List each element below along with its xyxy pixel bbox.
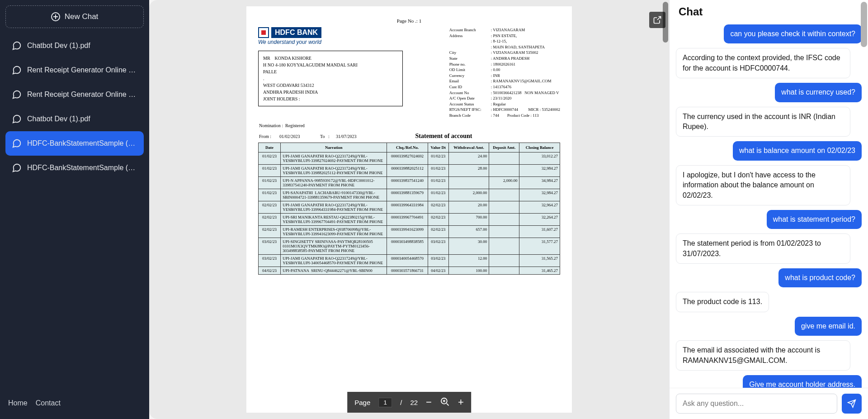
chat-bubble-icon [12, 90, 22, 100]
new-chat-button[interactable]: New Chat [5, 5, 144, 28]
sidebar-item[interactable]: Rent Receipt Generator Online - ... [5, 58, 144, 82]
contact-link[interactable]: Contact [36, 399, 61, 407]
chat-title: Chat [670, 0, 868, 22]
pdf-toolbar: Page / 22 − + [347, 392, 471, 413]
pdf-header: HDFC BANK We understand your world MR KO… [258, 27, 560, 119]
nomination-text: Nomination : Registered [259, 123, 559, 128]
bot-message: The email id associated with the account… [676, 340, 850, 371]
page-number-label: Page No .: 1 [258, 18, 560, 24]
table-row: 01/02/23 UPI-JAMI GANAPATHI RAO-Q2231724… [259, 152, 560, 164]
send-button[interactable] [842, 394, 862, 414]
chat-bubble-icon [12, 41, 22, 51]
bot-message: The currency used in the account is INR … [676, 107, 850, 137]
sidebar-item-label: Chatbot Dev (1).pdf [27, 115, 90, 123]
bot-message: I apologize, but I don't have access to … [676, 165, 850, 205]
chat-input-row [670, 388, 868, 419]
zoom-reset-icon[interactable] [440, 397, 450, 408]
home-link[interactable]: Home [8, 399, 28, 407]
page-input[interactable] [378, 398, 392, 407]
table-row: 03/02/23 UPI-SINGISETTY SRINIVASA-PAYTMQ… [259, 238, 560, 254]
user-message: what is balance amount on 02/02/23 [733, 141, 862, 160]
chat-bubble-icon [12, 65, 22, 75]
sidebar-item[interactable]: Chatbot Dev (1).pdf [5, 107, 144, 131]
sidebar-item[interactable]: HDFC-BankStatementSample (1).... [5, 156, 144, 180]
table-row: 04/02/23 UPI-PATNANA SRINU-Q844462271@YB… [259, 267, 560, 274]
bank-tagline: We understand your world [258, 39, 349, 45]
chat-bubble-icon [12, 114, 22, 124]
statement-table: DateNarrationChq./Ref.No.Value DtWithdra… [258, 143, 560, 275]
send-icon [847, 399, 856, 408]
user-message: give me email id. [795, 317, 862, 336]
pdf-viewer[interactable]: Page No .: 1 HDFC BANK We understand you… [149, 0, 669, 419]
table-row: 02/02/23 UPI-JAMI GANAPATHI RAO-Q2231724… [259, 201, 560, 213]
chat-panel: Chat can you please check it within cont… [669, 0, 868, 419]
zoom-out-button[interactable]: − [426, 396, 432, 408]
bank-name: HDFC BANK [271, 27, 321, 38]
hdfc-logo-icon [258, 27, 269, 38]
bank-logo-block: HDFC BANK We understand your world MR KO… [258, 27, 349, 106]
bot-message: According to the context provided, the I… [676, 48, 850, 78]
sidebar-item[interactable]: Chatbot Dev (1).pdf [5, 33, 144, 58]
open-external-icon[interactable] [649, 12, 665, 28]
table-row: 02/02/23 UPI-SRI MANIKANTA RESTAU-Q62238… [259, 213, 560, 225]
sidebar-item[interactable]: Rent Receipt Generator Online - ... [5, 82, 144, 107]
account-info: Account Branch: VIZIANAGARAMAddress: PSN… [449, 27, 560, 119]
statement-title: Statement of account [415, 133, 472, 140]
main-content: Page No .: 1 HDFC BANK We understand you… [149, 0, 868, 419]
sidebar-item-label: Rent Receipt Generator Online - ... [27, 66, 137, 74]
outer-scrollbar[interactable] [861, 2, 867, 47]
user-message: can you please check it within context? [724, 24, 862, 43]
table-row: 01/02/23 UPI-SANAPATHI LACHABABU-9100147… [259, 189, 560, 201]
chat-bubble-icon [12, 163, 22, 173]
statement-period-row: From : 01/02/2023 To : 31/07/2023 Statem… [259, 133, 559, 140]
plus-icon [51, 12, 60, 21]
user-message: what is statement period? [767, 210, 862, 229]
bot-message: The statement period is from 01/02/2023 … [676, 233, 850, 264]
zoom-in-button[interactable]: + [458, 396, 464, 408]
sidebar-item-label: Rent Receipt Generator Online - ... [27, 90, 137, 99]
user-message: what is product code? [778, 268, 862, 287]
new-chat-label: New Chat [65, 12, 99, 21]
user-message: Give me account holder address. [743, 375, 862, 388]
sidebar-item-label: Chatbot Dev (1).pdf [27, 42, 90, 50]
bot-message: The product code is 113. [676, 292, 769, 312]
sidebar-item[interactable]: HDFC-BankStatementSample (1).... [5, 131, 144, 156]
chat-messages[interactable]: can you please check it within context?A… [670, 22, 868, 388]
sidebar-item-label: HDFC-BankStatementSample (1).... [27, 139, 137, 148]
pdf-page: Page No .: 1 HDFC BANK We understand you… [246, 6, 572, 413]
chat-bubble-icon [12, 138, 22, 148]
table-row: 01/02/23 UPI-JAMI GANAPATHI RAO-Q2231724… [259, 164, 560, 176]
sidebar-item-label: HDFC-BankStatementSample (1).... [27, 164, 137, 172]
user-message: what is currency used? [775, 83, 862, 102]
sidebar-footer: Home Contact [5, 393, 144, 414]
chat-list: Chatbot Dev (1).pdf Rent Receipt Generat… [5, 33, 144, 180]
table-row: 02/02/23 UPI-RAMESH ENTERPRISES-Q9387069… [259, 225, 560, 238]
account-holder-box: MR KONDA KISHORE H NO 4-180 KOYYALAGUDEM… [258, 51, 403, 106]
table-row: 01/02/23 UPI-N APPANNA-9985939172@YBL-HD… [259, 176, 560, 189]
chat-input[interactable] [676, 394, 837, 414]
table-row: 03/02/23 UPI-JAMI GANAPATHI RAO-Q2231724… [259, 254, 560, 267]
sidebar: New Chat Chatbot Dev (1).pdf Rent Receip… [0, 0, 149, 419]
